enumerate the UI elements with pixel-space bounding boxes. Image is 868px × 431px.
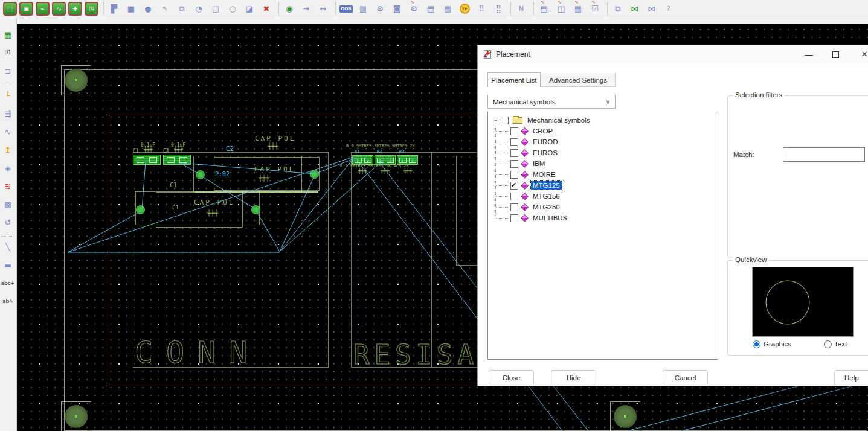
spiral-icon[interactable]: ↺ bbox=[1, 215, 15, 229]
tree-item-eurod[interactable]: EUROD bbox=[488, 136, 718, 147]
shape-merge-icon[interactable]: ⋈ bbox=[628, 2, 642, 16]
tree-checkbox[interactable] bbox=[510, 138, 518, 146]
route-bus-icon[interactable]: ⇶ bbox=[1, 106, 15, 121]
add-via-icon[interactable]: ◈ bbox=[1, 161, 15, 175]
copy-shape-icon[interactable]: ⧉ bbox=[175, 2, 189, 16]
tree-item-euros[interactable]: EUROS bbox=[488, 147, 718, 158]
tree-item-mtg156[interactable]: MTG156 bbox=[488, 191, 718, 202]
text-radio-label[interactable]: Text bbox=[834, 340, 847, 348]
tree-item-mtg250[interactable]: MTG250 bbox=[488, 202, 718, 212]
measure-icon[interactable]: ⇥ bbox=[299, 2, 313, 16]
minimize-button[interactable]: — bbox=[797, 45, 821, 63]
tree-item-label[interactable]: EUROS bbox=[531, 148, 559, 157]
report-icon[interactable]: ▤ bbox=[537, 2, 551, 16]
refdes-u1-icon[interactable]: U1 bbox=[1, 45, 15, 60]
shape-rect-outline-icon[interactable]: □ bbox=[208, 2, 223, 16]
mode-partition-icon[interactable]: ◳ bbox=[85, 2, 98, 16]
tree-item-label[interactable]: MTG250 bbox=[531, 203, 562, 211]
edit-text-icon[interactable]: ab✎ bbox=[1, 294, 15, 308]
fanout-icon[interactable]: ≋ bbox=[1, 179, 15, 193]
add-connect-icon[interactable]: └ bbox=[1, 88, 15, 103]
tree-item-crop[interactable]: CROP bbox=[488, 126, 718, 136]
todo-checklist-icon[interactable]: ☑ bbox=[588, 2, 602, 16]
odb-export-icon[interactable]: ODB bbox=[339, 2, 353, 16]
tree-item-label[interactable]: Mechanical symbols bbox=[526, 116, 592, 124]
tree-root-row[interactable]: −Mechanical symbols bbox=[488, 115, 718, 126]
shape-circle-outline-icon[interactable]: ○ bbox=[225, 2, 240, 16]
dimension-icon[interactable]: ↔ bbox=[316, 2, 330, 16]
tree-item-multibus[interactable]: MULTIBUS bbox=[488, 212, 718, 223]
connector-icon[interactable]: ⊐ bbox=[1, 63, 15, 78]
tree-checkbox[interactable] bbox=[510, 149, 518, 157]
shape-add-rect-icon[interactable]: ■ bbox=[124, 2, 138, 16]
multi-window-icon[interactable]: ⧉ bbox=[611, 2, 625, 16]
text-radio[interactable] bbox=[824, 340, 832, 348]
refdes-rename-icon[interactable]: ⚙ bbox=[407, 2, 421, 16]
match-input[interactable] bbox=[783, 147, 865, 162]
properties-icon[interactable]: ▤ bbox=[423, 2, 438, 16]
tree-item-label[interactable]: MULTIBUS bbox=[531, 214, 569, 222]
graphics-radio[interactable] bbox=[753, 340, 760, 348]
shape-add-polygon-icon[interactable]: ▛ bbox=[107, 2, 121, 16]
close-button[interactable]: × bbox=[852, 45, 868, 63]
symbol-manual-icon[interactable]: ▦ bbox=[571, 2, 585, 16]
tree-checkbox[interactable] bbox=[510, 182, 518, 190]
tree-item-label[interactable]: EUROD bbox=[531, 138, 560, 146]
glossing-icon[interactable]: ▩ bbox=[1, 197, 15, 211]
shape-island-icon[interactable]: ⋈ bbox=[645, 2, 659, 16]
tree-item-label[interactable]: MTG156 bbox=[531, 192, 562, 200]
mode-select-window-icon[interactable]: ⬚ bbox=[3, 2, 17, 16]
tree-item-label[interactable]: MOIRE bbox=[531, 170, 558, 179]
tree-checkbox[interactable] bbox=[501, 117, 509, 124]
placement-tree[interactable]: −Mechanical symbolsCROPEURODEUROSIBMMOIR… bbox=[487, 112, 718, 360]
mode-route-icon[interactable]: ⌁ bbox=[36, 2, 50, 16]
delay-tune-icon[interactable]: ∿ bbox=[1, 124, 15, 139]
grid-settings-icon[interactable]: ▦ bbox=[440, 2, 455, 16]
add-line-icon[interactable]: ╲ bbox=[1, 240, 15, 254]
tree-item-label[interactable]: IBM bbox=[531, 159, 547, 168]
user-guide-icon[interactable]: ◫ bbox=[554, 2, 568, 16]
color-visibility-icon[interactable]: ◉ bbox=[282, 2, 297, 16]
mode-signal-icon[interactable]: ∿ bbox=[52, 2, 66, 16]
tree-checkbox[interactable] bbox=[510, 193, 518, 200]
mode-move-icon[interactable]: ▣ bbox=[19, 2, 33, 16]
close-dialog-button[interactable]: Close bbox=[489, 370, 534, 385]
add-rect-icon[interactable]: ▬ bbox=[1, 258, 15, 272]
help-icon[interactable]: ? bbox=[661, 2, 676, 16]
collapse-expander-icon[interactable]: − bbox=[493, 118, 498, 123]
tree-checkbox[interactable] bbox=[510, 214, 518, 222]
tree-item-label[interactable]: CROP bbox=[531, 127, 555, 135]
graphics-radio-label[interactable]: Graphics bbox=[764, 340, 791, 348]
tab-placement-list[interactable]: Placement List bbox=[487, 72, 541, 87]
board-symbol-icon[interactable]: ▦ bbox=[1, 27, 15, 42]
delete-element-icon[interactable]: ✖ bbox=[259, 2, 274, 16]
shape-delete-icon[interactable]: ◪ bbox=[242, 2, 257, 16]
testpoint-icon[interactable]: TP bbox=[457, 2, 472, 16]
maximize-button[interactable] bbox=[823, 45, 847, 63]
pad-array-icon[interactable]: ⠿ bbox=[474, 2, 489, 16]
mode-shape-icon[interactable]: ✚ bbox=[68, 2, 82, 16]
create-pin-icon[interactable]: ↥ bbox=[1, 142, 15, 157]
tree-checkbox[interactable] bbox=[510, 171, 518, 179]
snapshot-icon[interactable]: ◙ bbox=[390, 2, 404, 16]
hide-button[interactable]: Hide bbox=[551, 370, 596, 385]
tree-item-mtg125[interactable]: MTG125 bbox=[488, 180, 718, 191]
cancel-button[interactable]: Cancel bbox=[663, 370, 708, 385]
shape-add-circle-icon[interactable]: ● bbox=[141, 2, 155, 16]
tree-checkbox[interactable] bbox=[510, 127, 518, 135]
select-shape-icon[interactable]: ↖ bbox=[158, 2, 172, 16]
tree-item-moire[interactable]: MOIRE bbox=[488, 169, 718, 180]
help-button[interactable]: Help bbox=[834, 370, 868, 385]
net-schedule-icon[interactable]: N bbox=[514, 2, 529, 16]
tree-item-ibm[interactable]: IBM bbox=[488, 158, 718, 169]
pin-grid-icon[interactable]: ⣿ bbox=[491, 2, 506, 16]
tree-item-label[interactable]: MTG125 bbox=[531, 181, 562, 190]
cross-section-icon[interactable]: ▥ bbox=[356, 2, 370, 16]
dialog-titlebar[interactable]: Placement — × bbox=[478, 45, 868, 63]
shape-arc-icon[interactable]: ◔ bbox=[191, 2, 206, 16]
symbol-category-dropdown[interactable]: Mechanical symbols ∨ bbox=[487, 95, 616, 109]
tree-checkbox[interactable] bbox=[510, 160, 518, 168]
tree-checkbox[interactable] bbox=[510, 203, 518, 211]
tab-advanced-settings[interactable]: Advanced Settings bbox=[541, 74, 616, 87]
setup-wrench-icon[interactable]: ⚙ bbox=[373, 2, 387, 16]
